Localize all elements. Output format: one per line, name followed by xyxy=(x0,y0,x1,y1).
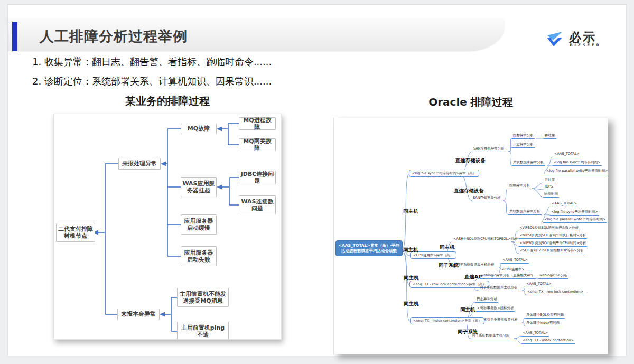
mindmap-line-metric-2: 指标异常分析 xyxy=(508,183,531,189)
bullet-diagnose-locate: 2. 诊断定位：系统部署关系、计算机知识、因果常识...... xyxy=(32,75,272,88)
mindmap-box-row-lock: <enq: TX - row lock contention>异常（高） xyxy=(409,281,489,288)
tree-node-frontend-mq-msg: 主用前置机不能发送接受MQ消息 xyxy=(177,288,229,307)
mindmap-line-lfpw-2: <log file parallel write平均等待时间> xyxy=(543,217,607,223)
edge-label-same-host-5: 同主机 xyxy=(440,244,455,251)
title-accent-bar xyxy=(12,22,17,51)
tree-node-appserver-start-fail: 应用服务器启动失败 xyxy=(181,246,217,266)
mindmap-box-index-contention: <enq: TX - index contention>异常（高） xyxy=(410,317,484,324)
mindmap-line-subsys-db-2: 同子系统数据库主机分析 xyxy=(479,285,519,291)
mindmap-line-index-contention-count: 索引竞争事件数量分析 xyxy=(482,318,519,323)
mindmap-line-aas-1: <AAS_TOTAL> xyxy=(553,152,581,157)
mindmap-line-metric-1: 指标异常分析 xyxy=(512,133,535,139)
presentation-slide: 人工排障分析过程举例 必示 BIZSEER 1. 收集异常：翻日志、翻告警、看指… xyxy=(7,4,627,356)
mindmap-line-weblogic: weblogic异常分析（直接相关AP） xyxy=(480,273,536,279)
mindmap-line-lfs-2: <log file sync平均等待时间> xyxy=(550,210,599,216)
screenshot-canvas: 人工排障分析过程举例 必示 BIZSEER 1. 收集异常：翻日志、翻告警、看指… xyxy=(0,0,634,364)
mindmap-line-cpu-usage: <CPU使用率> xyxy=(500,267,526,273)
mindmap-box-log-file-sync: <log file sync平均等待时间>异常（高） xyxy=(409,170,479,177)
mindmap-line-reldb-2: 关联数据库异常分析 xyxy=(508,209,542,215)
mindmap-line-evtsql-topwait: <SQL语句EVTSQL值指标TOP等待>分析 xyxy=(519,248,585,254)
mindmap-line-ash-topsql: <ASH中SQL类别CPU指标TOPSQL>分析 xyxy=(452,237,519,242)
edge-label-same-host-4: 同主机 xyxy=(404,301,419,307)
mindmap-line-san-switch: SAN交换机异常分析 xyxy=(472,146,506,152)
bizseer-logo-icon xyxy=(545,31,565,50)
edge-label-das-1: 直连存储设备 xyxy=(455,157,486,164)
mindmap-line-lfpw-1: <log file parallel write平均等待时间> xyxy=(545,169,608,174)
tree-node-jdbc-issue: JDBC连接问题 xyxy=(239,171,276,184)
mindmap-line-lfs-1: <log file sync平均等待时间> xyxy=(553,160,602,166)
tree-node-mq-gateway-fault: MQ网关故障 xyxy=(239,138,276,151)
tree-node-report-handling: 来报处理异常 xyxy=(118,158,161,170)
tree-node-was-conn-issue: WAS连接数问题 xyxy=(239,195,276,214)
bullet-collect-anomaly: 1. 收集异常：翻日志、翻告警、看指标、跑临时命令...... xyxy=(32,55,272,68)
mindmap-line-log-2: 日志异常分析 xyxy=(476,297,498,303)
bizseer-logo-subtext: BIZSEER xyxy=(570,43,601,48)
edge-label-same-host-2: 同主机 xyxy=(403,247,418,254)
mindmap-line-subsys-db-1: 同子系统数据库主机分析 xyxy=(455,263,496,268)
right-diagram-heading: Oracle 排障过程 xyxy=(378,95,564,109)
mindmap-line-vipsql-cputime: <VIPSQL类别SQL语句平均CPU时间>分析 xyxy=(519,241,587,247)
edge-label-same-host-6: 同主机 xyxy=(460,306,476,313)
mindmap-line-aas-2: <AAS_TOTAL> xyxy=(551,201,578,207)
tree-node-root: 二代支付排障树根节点 xyxy=(56,223,95,242)
mindmap-root: <AAS_TOTAL>异常（高）-平均活动进程数或者平均活动会话数 xyxy=(335,240,403,256)
mindmap-line-which-sqltype: 具体哪个SQL类型有问题 xyxy=(525,313,565,319)
edge-label-same-host-3: 同主机 xyxy=(404,275,419,282)
mindmap-line-throughput-1: 吞吐量 xyxy=(544,133,556,139)
mindmap-line-vipsql-count: <VIPSQL类别SQL语句执行次数>分析 xyxy=(518,226,580,231)
page-title: 人工排障分析过程举例 xyxy=(40,27,188,46)
edge-label-das-2: 直连存储设备 xyxy=(454,188,484,194)
mindmap-line-which-index: 具体哪个index有问题 xyxy=(525,321,561,326)
left-diagram-heading: 某业务的排障过程 xyxy=(88,94,247,108)
right-diagram-panel: <AAS_TOTAL>异常（高）-平均活动进程数或者平均活动会话数<log fi… xyxy=(333,118,608,354)
tree-node-mq-fault: MQ故障 xyxy=(181,124,217,134)
tree-node-appserver-slow-start: 应用服务器启动缓慢 xyxy=(181,214,217,235)
mindmap-line-subsys-db-3: 同子系统数据库主机分析 xyxy=(471,333,511,339)
mindmap-line-indexcont-leaf: <enq: TX - index contention> xyxy=(521,338,575,344)
mindmap-line-weblogic-gc: weblogic GC分析 xyxy=(538,273,568,279)
mindmap-line-tps-metric: <每秒事务数>指标分析 xyxy=(476,306,515,312)
tree-node-mq-process-fault: MQ进程故障 xyxy=(239,117,276,130)
mindmap-line-aas-5: <AAS_TOTAL> xyxy=(521,331,549,337)
tree-node-frontend-ping: 主用前置机ping不通 xyxy=(177,322,229,340)
mindmap-line-reldb-1: 关联数据库异常分析 xyxy=(512,160,545,166)
mindmap-line-rowlock-leaf: <enq: TX - row lock contention> xyxy=(526,290,584,295)
mindmap-line-log-1: 日志异常分析 xyxy=(512,142,535,148)
left-diagram-panel: 二代支付排障树根节点来报处理异常来报本身异常MQ故障WAS应用服务器挂起应用服务… xyxy=(53,114,282,340)
mindmap-line-aas-3: <AAS_TOTAL> xyxy=(501,258,529,264)
mindmap-line-resp-time: 响应时间 xyxy=(543,192,559,198)
bizseer-logo: 必示 BIZSEER xyxy=(545,29,624,51)
mindmap-line-vipsql-avgtime: <VIPSQL类别SQL语句平均执行耗时>分析 xyxy=(519,233,587,239)
tree-node-report-itself: 来报本身异常 xyxy=(117,309,160,320)
tree-node-was-hang: WAS应用服务器挂起 xyxy=(181,177,217,197)
mindmap-line-throughput-2: 吞吐量 xyxy=(544,178,556,183)
mindmap-line-san-storage: SAN存储异常分析 xyxy=(472,195,502,201)
edge-label-same-host-1: 同主机 xyxy=(403,208,418,215)
mindmap-line-aas-4: <AAS_TOTAL> xyxy=(525,282,553,287)
mindmap-line-iops: IOPS xyxy=(544,184,554,190)
